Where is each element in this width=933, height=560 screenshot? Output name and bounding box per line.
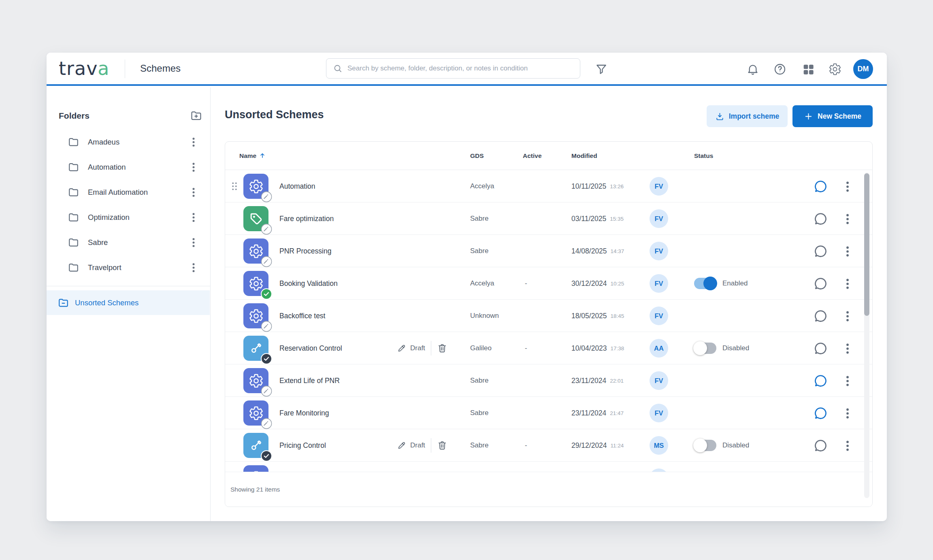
- folder-label: Optimization: [88, 205, 130, 230]
- status-toggle[interactable]: [694, 440, 716, 451]
- table-row[interactable]: Extend Life of PNRSabre23/11/202422:01FV: [225, 364, 872, 397]
- filter-funnel-icon: [595, 63, 608, 76]
- delete-button[interactable]: [437, 343, 447, 353]
- trash-icon: [437, 343, 447, 353]
- table-row[interactable]: Fare MonitoringSabre23/11/202421:47FV: [225, 397, 872, 429]
- row-menu-button[interactable]: [840, 341, 855, 356]
- row-menu-button[interactable]: [840, 374, 855, 388]
- status-toggle[interactable]: [694, 278, 716, 289]
- sidebar-item-unsorted-schemes[interactable]: Unsorted Schemes: [47, 290, 210, 315]
- scheme-type-icon: [243, 433, 268, 458]
- folder-label: Amadeus: [88, 130, 119, 155]
- comments-button[interactable]: [813, 179, 828, 194]
- table-row[interactable]: Reservation ControlDraftGalileo-10/04/20…: [225, 332, 872, 364]
- row-menu-button[interactable]: [840, 277, 855, 291]
- scrollbar-track[interactable]: [864, 172, 869, 498]
- column-header-name[interactable]: Name: [239, 142, 266, 170]
- gds-value: Sabre: [470, 235, 488, 267]
- folder-menu-button[interactable]: [187, 161, 200, 174]
- chat-bubble-icon: [813, 373, 828, 388]
- filter-button[interactable]: [594, 62, 609, 77]
- modified-date: 14/08/2025: [571, 247, 607, 256]
- apps-grid-button[interactable]: [801, 62, 816, 77]
- sidebar-folder-item[interactable]: Amadeus: [47, 130, 210, 155]
- drag-handle-icon[interactable]: [229, 180, 240, 193]
- folder-menu-button[interactable]: [187, 186, 200, 199]
- status-label: Enabled: [722, 279, 748, 287]
- trava-logo[interactable]: trava: [59, 57, 110, 79]
- chat-bubble-icon: [813, 244, 828, 259]
- folder-label: Email Autiomation: [88, 180, 148, 205]
- add-folder-button[interactable]: [189, 109, 203, 122]
- scheme-type-icon: [243, 271, 268, 296]
- comments-button[interactable]: [813, 309, 828, 324]
- sidebar-folder-item[interactable]: Automation: [47, 155, 210, 180]
- table-row[interactable]: [225, 462, 872, 472]
- row-menu-button[interactable]: [840, 244, 855, 259]
- owner-avatar: AA: [650, 339, 668, 358]
- search-input[interactable]: [347, 64, 573, 72]
- comments-button[interactable]: [813, 276, 828, 291]
- sidebar-folder-item[interactable]: Travelport: [47, 255, 210, 280]
- table-row[interactable]: Booking ValidationAccelya-30/12/202410:2…: [225, 267, 872, 300]
- table-row[interactable]: Backoffice testUnknown18/05/202518:45FV: [225, 300, 872, 332]
- scheme-name: Automation: [279, 170, 315, 202]
- table-header: Name GDS Active Modified Status: [225, 142, 872, 170]
- row-menu-button[interactable]: [840, 439, 855, 453]
- table-row[interactable]: Fare optimizationSabre03/11/202515:35FV: [225, 202, 872, 235]
- unsorted-schemes-label: Unsorted Schemes: [75, 290, 138, 315]
- folders-heading: Folders: [59, 111, 89, 121]
- comments-button[interactable]: [813, 373, 828, 388]
- kebab-icon: [840, 244, 855, 259]
- sidebar-folder-item[interactable]: Sabre: [47, 230, 210, 255]
- row-menu-button[interactable]: [840, 212, 855, 226]
- table-row[interactable]: PNR ProcessingSabre14/08/202514:37FV: [225, 235, 872, 267]
- modified-date: 30/12/2024: [571, 279, 607, 288]
- modified-date: 23/11/2024: [571, 409, 606, 417]
- sidebar-folder-item[interactable]: Email Autiomation: [47, 180, 210, 205]
- user-avatar[interactable]: DM: [853, 59, 873, 79]
- comments-button[interactable]: [813, 438, 828, 453]
- folder-menu-button[interactable]: [187, 236, 200, 249]
- scrollbar-thumb[interactable]: [864, 173, 869, 316]
- folder-label: Travelport: [88, 255, 121, 280]
- comments-button[interactable]: [813, 341, 828, 356]
- modified-time: 15:35: [610, 216, 624, 222]
- table-row[interactable]: Pricing ControlDraftSabre-29/12/202411:2…: [225, 429, 872, 462]
- column-header-gds[interactable]: GDS: [470, 142, 484, 170]
- new-scheme-button[interactable]: New Scheme: [792, 105, 873, 127]
- active-value: -: [525, 429, 527, 462]
- delete-button[interactable]: [437, 440, 447, 451]
- schemes-table: Name GDS Active Modified Status Automati…: [225, 141, 873, 507]
- modified-time: 21:47: [610, 410, 624, 416]
- pencil-badge-icon: [261, 256, 272, 267]
- folder-menu-button[interactable]: [187, 211, 200, 224]
- comments-button[interactable]: [813, 244, 828, 259]
- modified-time: 22:01: [610, 378, 624, 384]
- column-header-modified[interactable]: Modified: [571, 142, 597, 170]
- table-row[interactable]: AutomationAccelya10/11/202513:26FV: [225, 170, 872, 202]
- comments-button[interactable]: [813, 211, 828, 226]
- column-header-status[interactable]: Status: [694, 142, 713, 170]
- row-menu-button[interactable]: [840, 309, 855, 324]
- folder-menu-button[interactable]: [187, 261, 200, 274]
- comments-button[interactable]: [813, 406, 828, 421]
- chat-bubble-icon: [813, 276, 828, 291]
- modified-cell: 14/08/202514:37: [571, 235, 624, 267]
- help-icon: [773, 63, 786, 76]
- row-menu-button[interactable]: [840, 406, 855, 421]
- owner-avatar: FV: [650, 177, 668, 196]
- column-header-active[interactable]: Active: [523, 142, 542, 170]
- sidebar-folder-item[interactable]: Optimization: [47, 205, 210, 230]
- items-count: Showing 21 items: [230, 486, 280, 493]
- folder-menu-button[interactable]: [187, 136, 200, 149]
- folder-label: Automation: [88, 155, 126, 180]
- import-scheme-button[interactable]: Import scheme: [707, 105, 788, 127]
- row-menu-button[interactable]: [840, 179, 855, 194]
- kebab-icon: [187, 261, 200, 274]
- chat-bubble-icon: [813, 438, 828, 453]
- status-toggle[interactable]: [694, 343, 716, 354]
- help-button[interactable]: [773, 62, 787, 77]
- notifications-button[interactable]: [746, 62, 760, 77]
- settings-button[interactable]: [828, 62, 842, 77]
